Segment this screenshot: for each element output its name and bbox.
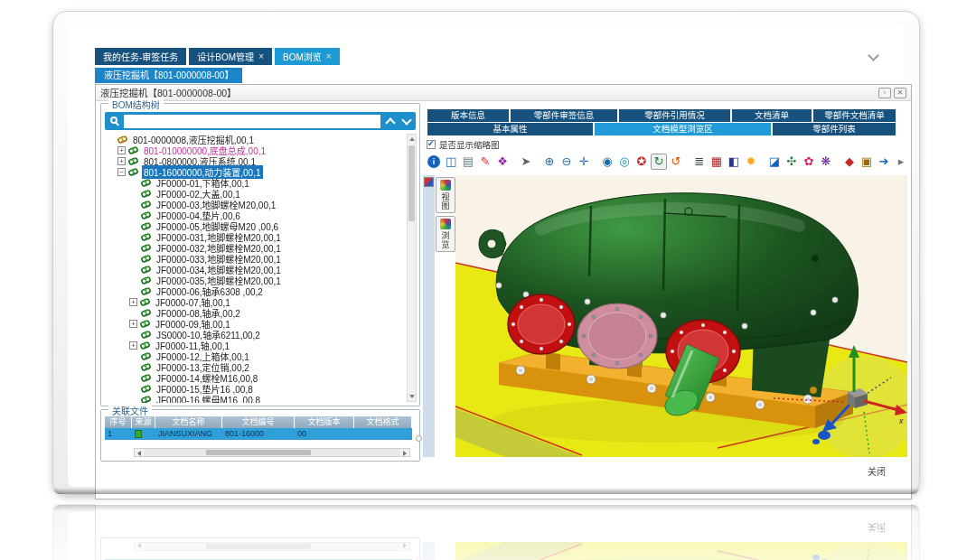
right-panel-tab[interactable]: 版本信息 xyxy=(427,109,509,122)
3d-viewport[interactable]: x xyxy=(455,175,907,457)
top-tab-label: 设计BOM管理 xyxy=(197,50,254,63)
side-tab-label: 视图 xyxy=(440,192,452,210)
viewer-side-strip xyxy=(423,175,435,457)
file-cell: JIANSUXIANG xyxy=(155,428,222,440)
markup-icon[interactable]: ✿ xyxy=(801,154,817,170)
file-cell xyxy=(132,428,155,440)
paint-icon[interactable]: ❖ xyxy=(494,154,511,170)
layers-icon[interactable]: ≣ xyxy=(691,154,708,170)
collapse-chevron-icon[interactable] xyxy=(869,51,877,60)
part-link-icon xyxy=(139,319,151,328)
scroll-right-icon[interactable] xyxy=(400,449,409,456)
tree-item-label: JF0000-16,螺母M16 ,00,8 xyxy=(155,393,262,404)
search-next-icon[interactable] xyxy=(399,115,413,128)
search-prev-icon[interactable] xyxy=(383,115,397,128)
part-table-icon[interactable]: ▦ xyxy=(709,154,725,170)
tab-close-icon[interactable]: × xyxy=(258,51,264,61)
close-window-icon[interactable]: ✕ xyxy=(894,88,906,98)
tree-item[interactable]: +JF0000-07,轴,00,1 xyxy=(104,296,405,307)
right-panel-tab[interactable]: 文档模型浏览区 xyxy=(595,123,771,135)
scroll-thumb[interactable] xyxy=(408,145,415,221)
light-icon[interactable]: ✹ xyxy=(743,154,759,170)
right-panel-tab[interactable]: 零部件文档清单 xyxy=(813,109,896,122)
rotate-target-icon[interactable]: ✪ xyxy=(633,154,650,170)
tree-expander-icon[interactable]: + xyxy=(117,146,126,154)
tree-item[interactable]: JF0000-16,螺母M16 ,00,8 xyxy=(104,394,405,403)
bom-tree: 801-0000008,液压挖掘机,00,1+801-010000000,底盘总… xyxy=(104,134,405,403)
measure-icon[interactable]: ◆ xyxy=(841,154,858,170)
tree-expander-icon[interactable]: + xyxy=(129,298,137,306)
render-mode-icon[interactable]: ❋ xyxy=(818,154,834,170)
explode-icon[interactable]: ✣ xyxy=(784,154,800,170)
tree-expander-icon[interactable]: + xyxy=(129,320,137,328)
fit-window-icon[interactable]: ✛ xyxy=(576,154,592,170)
document-viewer: 视图浏览 xyxy=(423,175,907,457)
zoom-dynamic-icon[interactable]: ◎ xyxy=(616,154,633,170)
tree-item[interactable]: JS0000-10,轴承6211,00,2 xyxy=(104,329,405,340)
print-icon[interactable]: ▤ xyxy=(460,154,476,170)
document-tab[interactable]: 液压挖掘机【801-0000008-00】 xyxy=(95,68,242,83)
bom-export-icon[interactable]: ▣ xyxy=(859,154,875,170)
right-panel-tab[interactable]: 零部件引用情况 xyxy=(619,109,730,122)
rotate-view-icon[interactable]: ↻ xyxy=(651,154,667,170)
tree-item[interactable]: +JF0000-11,轴,00,1 xyxy=(104,340,405,350)
thumbnail-checkbox[interactable] xyxy=(427,140,436,149)
tree-item[interactable]: JF0000-08,轴承,00,2 xyxy=(104,307,405,318)
tree-item[interactable]: JF0000-12,上箱体,00,1 xyxy=(104,350,405,361)
color-settings-icon[interactable] xyxy=(424,177,434,187)
top-tab[interactable]: 我的任务-审签任务 xyxy=(95,48,186,65)
column-header: 文档格式 xyxy=(354,416,412,428)
tree-item[interactable]: −801-16000000,动力装置,00,1 xyxy=(104,166,405,177)
part-link-icon xyxy=(140,200,152,209)
top-tab[interactable]: BOM浏览× xyxy=(275,48,340,65)
zoom-in-icon[interactable]: ⊕ xyxy=(541,154,558,170)
scroll-down-icon[interactable] xyxy=(408,392,416,401)
file-cell: 801-16000 xyxy=(222,428,295,440)
file-table-header: 序号来源文档名称文档编号文档版本文档格式 xyxy=(105,416,412,428)
file-row[interactable]: 1JIANSUXIANG801-1600000 xyxy=(105,428,412,440)
right-panel-tab[interactable]: 文档清单 xyxy=(732,109,812,122)
section-icon[interactable]: ◪ xyxy=(766,154,783,170)
part-link-icon xyxy=(140,189,152,198)
scroll-left-icon[interactable] xyxy=(135,449,144,456)
info-icon[interactable]: i xyxy=(427,155,440,168)
right-panel-tab[interactable]: 基本属性 xyxy=(427,123,593,135)
restore-icon[interactable]: ▫ xyxy=(878,88,891,98)
part-link-icon xyxy=(140,286,152,295)
close-button[interactable]: 关闭 xyxy=(868,464,886,478)
tree-expander-icon[interactable]: + xyxy=(117,157,126,165)
pan-view-icon[interactable]: ↺ xyxy=(668,154,684,170)
tree-item[interactable]: JF0000-01,下箱体,00,1 xyxy=(104,177,405,188)
tree-search-bar xyxy=(105,112,416,130)
file-table-hscrollbar[interactable] xyxy=(134,448,410,457)
tree-item[interactable]: JF0000-06,轴承6308 ,00,2 xyxy=(104,285,405,296)
part-link-icon xyxy=(140,373,152,382)
zoom-window-icon[interactable]: ◉ xyxy=(599,154,615,170)
tree-scrollbar[interactable] xyxy=(407,134,417,402)
hscroll-thumb[interactable] xyxy=(206,450,311,455)
search-input[interactable] xyxy=(124,115,380,128)
file-cell: 00 xyxy=(295,428,354,440)
annotate-pencil-icon[interactable]: ✎ xyxy=(477,154,493,170)
column-header: 文档编号 xyxy=(222,416,295,428)
zoom-out-icon[interactable]: ⊖ xyxy=(558,154,575,170)
row-handle-icon[interactable] xyxy=(416,435,422,442)
column-header: 文档名称 xyxy=(155,416,222,428)
doc-preview-icon[interactable]: ◫ xyxy=(443,154,459,170)
select-cursor-icon[interactable]: ➤ xyxy=(518,154,534,170)
viewer-side-tab[interactable]: 视图 xyxy=(436,177,455,213)
more-tools-icon[interactable]: ▸ xyxy=(893,154,909,170)
part-link-icon xyxy=(127,156,139,165)
snapshot-icon[interactable]: ➔ xyxy=(876,154,892,170)
search-icon xyxy=(110,117,117,124)
views-icon[interactable]: ◧ xyxy=(726,154,742,170)
right-panel-tab[interactable]: 零部件审签信息 xyxy=(511,109,617,122)
viewer-side-tab[interactable]: 浏览 xyxy=(436,216,455,252)
tree-item[interactable]: JF0000-03,地脚螺栓M20,00,1 xyxy=(104,199,405,210)
scroll-up-icon[interactable] xyxy=(408,135,416,144)
right-panel-tab[interactable]: 零部件列表 xyxy=(773,123,896,135)
tab-close-icon[interactable]: × xyxy=(326,51,332,61)
tree-expander-icon[interactable]: + xyxy=(129,341,137,350)
top-tab[interactable]: 设计BOM管理× xyxy=(189,48,272,65)
tree-expander-icon[interactable]: − xyxy=(117,168,126,176)
